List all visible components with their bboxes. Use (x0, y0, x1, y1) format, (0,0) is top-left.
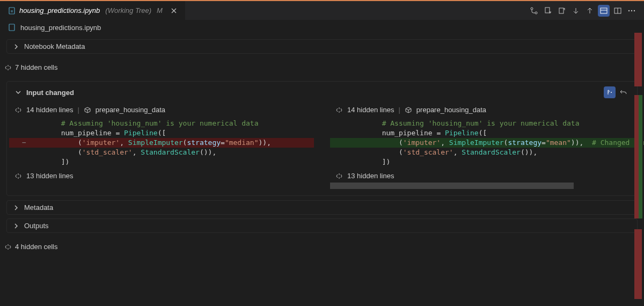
hidden-lines-label: 14 hidden lines (26, 106, 73, 114)
breadcrumb-filename: housing_predictions.ipynb (20, 24, 101, 32)
section-label: Notebook Metadata (24, 42, 85, 50)
hidden-lines-top-right[interactable]: 14 hidden lines | prepare_housing_data (330, 103, 635, 116)
hidden-lines-label: 14 hidden lines (347, 106, 394, 114)
file-icon (8, 6, 16, 15)
tab-filename: housing_predictions.ipynb (19, 6, 100, 14)
next-change-icon[interactable] (570, 5, 582, 17)
overview-ruler[interactable] (631, 20, 644, 306)
expand-icon (335, 172, 343, 180)
input-changed-label: Input changed (26, 89, 74, 97)
code-block-left[interactable]: # Assuming 'housing_num' is your numeric… (9, 116, 314, 169)
expand-icon (4, 64, 12, 71)
svg-rect-4 (559, 8, 564, 13)
code-block-right[interactable]: # Assuming 'housing_num' is your numeric… (330, 116, 635, 169)
svg-point-9 (634, 10, 635, 11)
function-name: prepare_housing_data (416, 106, 486, 114)
ruler-marker (634, 33, 642, 86)
chevron-right-icon (12, 222, 20, 230)
hidden-lines-label: 13 hidden lines (26, 172, 73, 180)
svg-rect-10 (9, 24, 14, 31)
revert-icon[interactable] (556, 5, 568, 17)
svg-point-2 (535, 12, 537, 14)
input-changed-section: Input changed 14 hidden lines | prepare_… (6, 81, 638, 196)
section-label: Metadata (24, 203, 53, 212)
tab-suffix: (Working Tree) (105, 6, 151, 14)
tab-active[interactable]: housing_predictions.ipynb (Working Tree)… (0, 1, 186, 20)
expand-icon (335, 106, 343, 114)
go-to-file-icon[interactable] (542, 5, 554, 17)
more-icon[interactable] (626, 5, 638, 17)
notebook-metadata-section[interactable]: Notebook Metadata (6, 39, 638, 54)
section-label: Outputs (24, 222, 49, 230)
svg-rect-3 (545, 8, 550, 13)
hidden-cells-top[interactable]: 7 hidden cells (2, 58, 638, 77)
separator: | (77, 106, 79, 114)
cube-icon (405, 106, 412, 114)
diff-container: 14 hidden lines | prepare_housing_data #… (9, 101, 635, 193)
tab-modified-indicator: M (157, 6, 163, 14)
breadcrumb: housing_predictions.ipynb (0, 20, 644, 35)
chevron-right-icon (12, 204, 20, 212)
separator: | (398, 106, 400, 114)
outputs-section[interactable]: Outputs (6, 218, 638, 233)
prev-change-icon[interactable] (584, 5, 596, 17)
metadata-section[interactable]: Metadata (6, 200, 638, 215)
file-icon (8, 23, 16, 32)
hidden-lines-top-left[interactable]: 14 hidden lines | prepare_housing_data (9, 103, 314, 116)
hidden-lines-label: 13 hidden lines (347, 172, 394, 180)
chevron-right-icon (12, 43, 20, 50)
ruler-marker (639, 95, 642, 218)
svg-rect-5 (601, 8, 607, 13)
compare-changes-icon[interactable] (528, 5, 540, 17)
hidden-lines-bottom-left[interactable]: 13 hidden lines (9, 169, 314, 183)
svg-point-7 (628, 10, 630, 11)
cube-icon (84, 106, 91, 114)
open-changes-icon[interactable] (598, 5, 610, 17)
horizontal-scrollbar[interactable] (330, 183, 574, 189)
function-name: prepare_housing_data (96, 106, 165, 114)
whitespace-icon[interactable] (604, 86, 616, 98)
hidden-cells-label: 4 hidden cells (15, 243, 58, 251)
expand-icon (14, 172, 22, 180)
tab-bar: housing_predictions.ipynb (Working Tree)… (0, 0, 644, 20)
svg-point-8 (631, 10, 632, 11)
svg-point-11 (611, 92, 612, 93)
expand-icon (4, 243, 12, 251)
close-icon[interactable] (168, 5, 180, 17)
diff-pane-right: 14 hidden lines | prepare_housing_data #… (330, 101, 635, 193)
hidden-cells-bottom[interactable]: 4 hidden cells (2, 237, 638, 256)
tab-actions (522, 1, 644, 20)
hidden-lines-bottom-right[interactable]: 13 hidden lines (330, 169, 635, 183)
chevron-down-icon[interactable] (14, 89, 22, 96)
expand-icon (14, 106, 22, 114)
ruler-marker (634, 229, 642, 299)
split-editor-icon[interactable] (612, 5, 624, 17)
diff-pane-left: 14 hidden lines | prepare_housing_data #… (9, 101, 314, 193)
svg-point-1 (531, 8, 533, 10)
hidden-cells-label: 7 hidden cells (15, 63, 58, 71)
undo-icon[interactable] (618, 86, 630, 98)
